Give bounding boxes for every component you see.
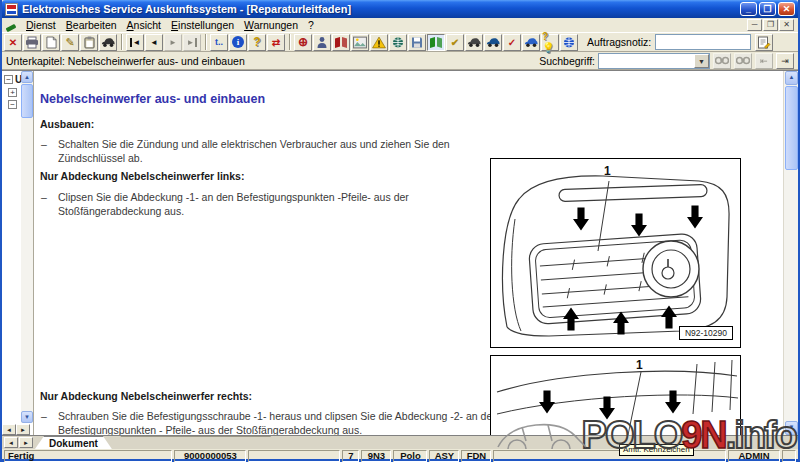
document-system-icon[interactable] (5, 20, 17, 31)
section-heading: Nur Abdeckung Nebelscheinwerfer links: (40, 169, 512, 183)
scroll-down-icon[interactable]: ▼ (21, 411, 33, 423)
hint-lamp-button[interactable]: ?💡 (541, 34, 559, 51)
go-last-button[interactable]: ► (183, 34, 201, 51)
user-field: ADMIN (728, 450, 780, 462)
menu-help[interactable]: ? (303, 19, 319, 31)
red-book-button[interactable] (332, 34, 350, 51)
collapse-icon[interactable]: − (8, 100, 17, 109)
scroll-up-icon[interactable]: ▲ (785, 71, 798, 85)
scroll-up-icon[interactable]: ▲ (21, 71, 33, 83)
auftragsnotiz-edit-button[interactable] (755, 34, 773, 51)
warning-icon (372, 36, 386, 49)
order-check-button[interactable]: ✓ (503, 34, 521, 51)
scrollbar-thumb[interactable] (21, 84, 33, 118)
page-title: Nebelscheinwerfer aus- und einbauen (40, 91, 512, 108)
resize-grip[interactable] (782, 450, 796, 462)
info-icon: i (232, 36, 244, 48)
save-button[interactable] (408, 34, 426, 51)
scroll-down-icon[interactable]: ▼ (785, 421, 798, 435)
info-button[interactable]: i (229, 34, 247, 51)
scrollbar-thumb[interactable] (785, 86, 798, 170)
arrow-icon (665, 390, 681, 413)
mdi-minimize-button[interactable]: ─ (747, 19, 762, 31)
technical-drawing: 1 (491, 356, 740, 435)
arrow-icon (613, 311, 629, 334)
go-first-button[interactable]: ◄ (126, 34, 144, 51)
note-icon (757, 36, 771, 49)
edit-signature-button[interactable]: ✎ (61, 34, 79, 51)
expand-icon[interactable]: + (8, 88, 17, 97)
search-button[interactable] (713, 53, 731, 69)
history-button[interactable]: t.. (210, 34, 228, 51)
transfer-button[interactable]: ⇄ (267, 34, 285, 51)
online-globe-button[interactable] (560, 34, 578, 51)
mdi-close-button[interactable]: ✕ (779, 19, 794, 31)
tab-scroll-left-button[interactable]: ◄ (4, 437, 18, 448)
minimize-button[interactable]: _ (740, 2, 757, 16)
window-title: Elektronisches Service Auskunftssystem -… (22, 3, 740, 15)
warnings-button[interactable] (370, 34, 388, 51)
tab-scroll-right-button[interactable]: ► (19, 437, 33, 448)
vehicle-dark-button[interactable] (465, 34, 483, 51)
menu-einstellungen[interactable]: Einstellungen (166, 19, 239, 31)
repair-manual-button[interactable] (427, 34, 445, 51)
image-icon (353, 36, 367, 49)
vehicle-identify-button[interactable] (99, 34, 117, 51)
suchbegriff-combobox[interactable]: ▼ (598, 53, 710, 69)
search-next-button[interactable] (734, 53, 752, 69)
image-viewer-button[interactable] (351, 34, 369, 51)
parts-button[interactable]: ⊕ (294, 34, 312, 51)
approve-check-button[interactable]: ✔ (446, 34, 464, 51)
status-message: Fertig (4, 450, 172, 462)
tree-vertical-scrollbar[interactable]: ▲ ▼ (21, 71, 33, 423)
toolbar-separator (121, 34, 123, 50)
jump-next-button[interactable]: ⇥ (776, 53, 794, 69)
status-field-empty (248, 450, 340, 462)
go-previous-button[interactable]: ◄ (145, 34, 163, 51)
arrow-icon (599, 396, 615, 419)
scroll-right-icon[interactable]: ► (16, 424, 30, 435)
menu-ansicht[interactable]: Ansicht (122, 19, 166, 31)
globe-dark-button[interactable] (389, 34, 407, 51)
menu-bearbeiten[interactable]: Bearbeiten (61, 19, 122, 31)
section-heading: Ausbauen: (40, 117, 512, 131)
exit-button[interactable]: ✕ (4, 34, 22, 51)
print-button[interactable] (23, 34, 41, 51)
go-next-button[interactable]: ► (164, 34, 182, 51)
model-code-field: 9N3 (361, 450, 391, 462)
tab-bar-divider (112, 436, 271, 449)
subchapter-bar: Unterkapitel: Nebelscheinwerfer aus- und… (2, 52, 798, 70)
arrow-icon (687, 205, 703, 228)
navigation-tree-panel: − U + − ▲ ▼ ◄ ► (2, 71, 34, 435)
figure-fog-light-left: 1 N92-10290 (490, 158, 741, 348)
user-button[interactable] (313, 34, 331, 51)
toolbar: ✕ ✎ ◄ ◄ ► ► t.. i ? ⇄ ⊕ ✔ ✓ ?💡 Auftragsn… (2, 32, 798, 52)
binoculars-down-icon (736, 54, 750, 67)
arrow-icon (573, 207, 589, 230)
engine-code-field: ASY (429, 450, 459, 462)
order-number-field: 9000000053 (174, 450, 246, 462)
toolbar-separator (205, 34, 207, 50)
title-bar: Elektronisches Service Auskunftssystem -… (2, 0, 798, 18)
restore-button[interactable]: ❐ (759, 2, 776, 16)
vehicle-search-button[interactable] (484, 34, 502, 51)
scroll-left-icon[interactable]: ◄ (2, 424, 16, 435)
collapse-icon[interactable]: − (4, 75, 13, 84)
menu-warnungen[interactable]: Warnungen (239, 19, 303, 31)
document-vertical-scrollbar[interactable]: ▲ ▼ (783, 71, 798, 435)
tree-horizontal-scrollbar[interactable]: ◄ ► (2, 424, 30, 435)
paste-button[interactable] (80, 34, 98, 51)
tooltip-amtl-kennzeichen: Amtl. Kennzeichen (619, 444, 694, 456)
close-button[interactable]: ✕ (778, 2, 795, 16)
application-window: Elektronisches Service Auskunftssystem -… (0, 0, 800, 462)
new-document-button[interactable] (42, 34, 60, 51)
chevron-down-icon[interactable]: ▼ (694, 54, 709, 68)
jump-previous-button[interactable]: ⇤ (755, 53, 773, 69)
auftragsnotiz-input[interactable] (655, 34, 751, 50)
help-button[interactable]: ? (248, 34, 266, 51)
tab-dokument[interactable]: Dokument (35, 436, 112, 449)
menu-dienst[interactable]: Dienst (21, 19, 61, 31)
vehicle-blue-button[interactable] (522, 34, 540, 51)
model-name-field: Polo (393, 450, 427, 462)
mdi-restore-button[interactable]: ❐ (763, 19, 778, 31)
